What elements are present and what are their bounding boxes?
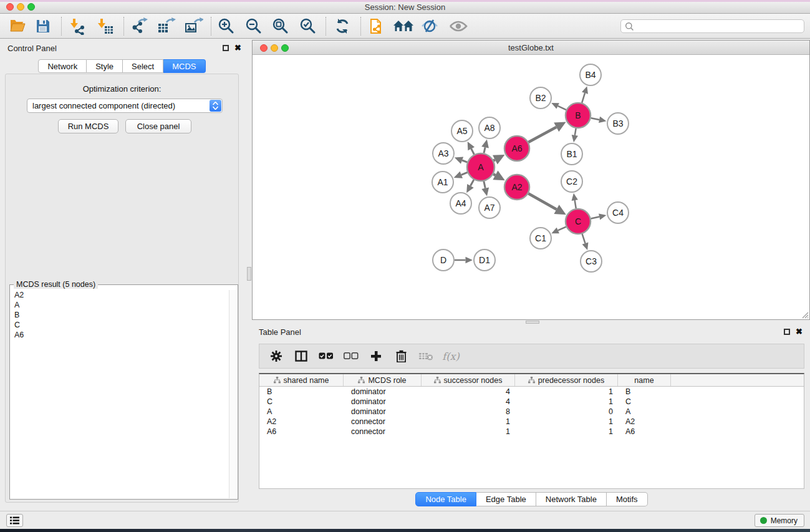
table-cell[interactable]: 8 <box>422 407 515 417</box>
tab-style[interactable]: Style <box>87 59 123 73</box>
zoom-fit-icon[interactable] <box>270 16 291 36</box>
network-window-title-bar[interactable]: testGlobe.txt <box>253 41 809 55</box>
table-row[interactable]: Bdominator41B <box>259 387 804 397</box>
table-cell[interactable]: dominator <box>344 387 422 397</box>
table-cell[interactable]: 1 <box>515 417 618 427</box>
tab-network-table[interactable]: Network Table <box>536 492 607 506</box>
table-cell[interactable]: 4 <box>422 397 515 407</box>
table-cell[interactable]: 1 <box>515 387 618 397</box>
column-header-successor-nodes[interactable]: successor nodes <box>422 374 515 386</box>
graph-edge-A6-B[interactable] <box>528 127 556 142</box>
mcds-result-item[interactable]: C <box>11 320 229 330</box>
table-cell[interactable]: A <box>259 407 344 417</box>
table-row[interactable]: A6connector11A6 <box>259 427 804 437</box>
float-table-panel-icon[interactable] <box>784 329 790 335</box>
task-history-button[interactable] <box>6 514 23 527</box>
graph-edge-B-B1[interactable] <box>575 128 576 135</box>
float-panel-icon[interactable] <box>223 45 229 51</box>
close-panel-button[interactable]: Close panel <box>125 119 191 133</box>
graph-edge-A-A1[interactable] <box>461 172 468 175</box>
table-settings-gear-icon[interactable] <box>268 348 284 364</box>
graph-edge-A-A5[interactable] <box>471 148 475 154</box>
deselect-all-columns-icon[interactable] <box>343 348 359 364</box>
table-cell[interactable]: 0 <box>515 407 618 417</box>
table-cell[interactable]: A2 <box>618 417 671 427</box>
table-cell[interactable]: 1 <box>422 417 515 427</box>
column-header-shared-name[interactable]: shared name <box>259 374 344 386</box>
export-network-icon[interactable] <box>128 16 150 36</box>
graph-edge-A-A7[interactable] <box>484 181 485 188</box>
tab-edge-table[interactable]: Edge Table <box>476 492 536 506</box>
search-field[interactable] <box>620 19 804 33</box>
home-layout-icon[interactable] <box>393 16 414 36</box>
run-mcds-button[interactable]: Run MCDS <box>58 119 118 133</box>
close-panel-icon[interactable]: ✖ <box>234 45 241 51</box>
graph-edge-C-C4[interactable] <box>591 217 600 219</box>
mcds-result-item[interactable]: A2 <box>11 290 229 300</box>
table-cell[interactable]: A <box>618 407 671 417</box>
graph-edge-A-A2[interactable] <box>493 174 495 175</box>
mcds-result-list[interactable]: A2ABCA6 <box>11 290 229 498</box>
refresh-icon[interactable] <box>332 16 353 36</box>
graph-edge-A-A4[interactable] <box>470 180 473 186</box>
table-cell[interactable]: connector <box>344 417 422 427</box>
open-session-icon[interactable] <box>7 16 29 36</box>
tab-motifs[interactable]: Motifs <box>607 492 648 506</box>
graph-edge-A-A6[interactable] <box>493 160 494 160</box>
tab-select[interactable]: Select <box>123 59 163 73</box>
table-cell[interactable]: 1 <box>515 427 618 437</box>
search-input[interactable] <box>634 22 804 31</box>
show-all-icon[interactable] <box>448 16 469 36</box>
export-image-icon[interactable] <box>183 16 205 36</box>
table-row[interactable]: Adominator80A <box>259 407 804 417</box>
graph-edge-B-B4[interactable] <box>582 93 585 103</box>
tab-node-table[interactable]: Node Table <box>415 492 476 506</box>
mcds-list-scrollbar[interactable] <box>229 290 237 498</box>
optimization-criterion-dropdown[interactable]: largest connected component (directed) <box>27 99 223 113</box>
table-cell[interactable]: A6 <box>618 427 671 437</box>
graph-edge-C-C3[interactable] <box>582 234 586 243</box>
zoom-in-icon[interactable] <box>216 16 237 36</box>
import-table-icon[interactable] <box>95 16 116 36</box>
close-table-panel-icon[interactable]: ✖ <box>796 329 803 335</box>
graph-edge-C-C1[interactable] <box>558 227 566 231</box>
table-cell[interactable]: 1 <box>515 397 618 407</box>
table-cell[interactable]: B <box>618 387 671 397</box>
table-cell[interactable]: B <box>259 387 344 397</box>
table-cell[interactable]: 1 <box>422 427 515 437</box>
column-header-predecessor-nodes[interactable]: predecessor nodes <box>515 374 618 386</box>
add-column-icon[interactable] <box>368 348 384 364</box>
table-cell[interactable]: C <box>259 397 344 407</box>
mcds-result-item[interactable]: B <box>11 310 229 320</box>
graph-edge-C-C2[interactable] <box>575 200 576 208</box>
network-document-icon[interactable] <box>367 16 388 36</box>
column-header-MCDS-role[interactable]: MCDS role <box>344 374 422 386</box>
zoom-selected-icon[interactable] <box>297 16 319 36</box>
mcds-result-item[interactable]: A6 <box>11 330 229 340</box>
table-row[interactable]: A2connector11A2 <box>259 417 804 427</box>
table-row[interactable]: Cdominator41C <box>259 397 804 407</box>
show-columns-icon[interactable] <box>293 348 309 364</box>
export-table-icon[interactable] <box>156 16 177 36</box>
graph-edge-B-B2[interactable] <box>558 106 566 110</box>
graph-edge-A-A8[interactable] <box>484 147 485 153</box>
zoom-out-icon[interactable] <box>243 16 264 36</box>
save-session-icon[interactable] <box>32 16 54 36</box>
vertical-splitter-handle[interactable] <box>247 267 251 281</box>
table-cell[interactable]: A6 <box>259 427 344 437</box>
table-cell[interactable]: dominator <box>344 397 422 407</box>
hide-selected-icon[interactable] <box>419 16 440 36</box>
graph-edge-B-B3[interactable] <box>591 118 600 120</box>
table-cell[interactable]: A2 <box>259 417 344 427</box>
tab-mcds[interactable]: MCDS <box>163 59 205 73</box>
table-cell[interactable]: connector <box>344 427 422 437</box>
delete-column-icon[interactable] <box>393 348 409 364</box>
table-cell[interactable]: dominator <box>344 407 422 417</box>
table-cell[interactable]: 4 <box>422 387 515 397</box>
graph-edge-A2-C[interactable] <box>528 193 556 209</box>
import-network-icon[interactable] <box>66 16 87 36</box>
graph-edge-A-A3[interactable] <box>462 160 467 162</box>
tab-network[interactable]: Network <box>38 59 87 73</box>
horizontal-splitter-handle[interactable] <box>526 321 539 324</box>
network-canvas[interactable]: B4B2BB3A5A8A6A3B1AA1C2A2A4A7C4CC1C3DD1 <box>253 55 809 319</box>
